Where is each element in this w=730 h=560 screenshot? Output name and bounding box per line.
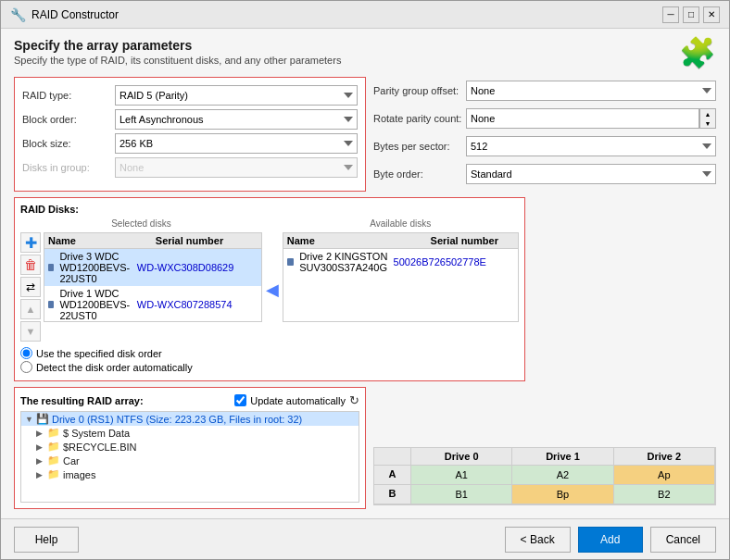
raid-cell-a0[interactable]: A1	[411, 466, 512, 485]
rotate-parity-label: Rotate parity count:	[373, 113, 466, 124]
disks-in-group-label: Disks in group:	[22, 162, 115, 173]
raid-cell-b0[interactable]: B1	[411, 485, 512, 504]
folder-icon-2: 📁	[47, 441, 60, 453]
selected-disk-row-1[interactable]: Drive 1 WDC WD1200BEVS-22UST0 WD-WXC8072…	[44, 286, 261, 322]
rotate-parity-down[interactable]: ▼	[700, 118, 715, 128]
selected-disk-serial-1: WD-WXC807288574	[137, 299, 258, 310]
tree-expand-2[interactable]: ▶	[36, 442, 47, 452]
middle-section: RAID Disks: Selected disks ✚	[14, 197, 716, 381]
selected-disks-panel: Selected disks ✚ 🗑	[20, 218, 262, 342]
hdd-icon-0: 💾	[36, 413, 49, 425]
selected-name-col-header: Name	[48, 235, 156, 246]
rotate-parity-input[interactable]: None	[466, 108, 699, 129]
raid-col-2: Drive 2	[614, 448, 715, 466]
remove-disk-icon: 🗑	[24, 257, 37, 272]
params-left-box: RAID type: RAID 5 (Parity) Block order: …	[14, 77, 366, 192]
remove-disk-button[interactable]: 🗑	[20, 255, 41, 275]
available-name-col-header: Name	[287, 235, 431, 246]
raid-row-header-a: A	[374, 466, 411, 485]
raid-type-select[interactable]: RAID 5 (Parity)	[115, 85, 358, 106]
disk-toolbar: ✚ 🗑 ⇄ ▲	[20, 232, 41, 342]
disks-in-group-row: Disks in group: None	[22, 157, 358, 178]
move-up-icon: ▲	[26, 304, 36, 315]
help-button[interactable]: Help	[14, 527, 79, 553]
add-button[interactable]: Add	[578, 527, 643, 553]
disks-in-group-select[interactable]: None	[115, 157, 358, 178]
title-bar: 🔧 RAID Constructor ─ □ ✕	[1, 1, 729, 29]
available-disk-list: Drive 2 KINGSTON SUV300S37A240G 50026B72…	[283, 248, 519, 322]
tree-label-3: Car	[63, 455, 80, 467]
block-size-select[interactable]: 256 KB	[115, 133, 358, 154]
raid-cell-b1[interactable]: Bp	[512, 485, 613, 504]
tree-label-0: Drive 0 (RS1) NTFS (Size: 223.23 GB, Fil…	[52, 414, 302, 425]
back-button[interactable]: < Back	[505, 527, 571, 553]
cancel-button[interactable]: Cancel	[650, 527, 716, 553]
available-serial-col-header: Serial number	[431, 235, 514, 246]
selected-disk-row-0[interactable]: Drive 3 WDC WD1200BEVS-22UST0 WD-WXC308D…	[44, 249, 261, 286]
title-controls: ─ □ ✕	[662, 6, 720, 23]
close-button[interactable]: ✕	[703, 6, 720, 23]
use-specified-radio[interactable]	[20, 347, 32, 359]
parity-offset-select[interactable]: None	[466, 81, 716, 101]
tree-item-2[interactable]: ▶ 📁 $RECYCLE.BIN	[21, 440, 359, 454]
selected-disks-content: ✚ 🗑 ⇄ ▲	[20, 232, 262, 342]
disk-panels: Selected disks ✚ 🗑	[20, 218, 519, 342]
folder-icon-4: 📁	[47, 468, 60, 480]
move-up-button[interactable]: ▲	[20, 299, 41, 319]
raid-col-0: Drive 0	[411, 448, 512, 466]
middle-right	[533, 197, 716, 381]
tree-label-2: $RECYCLE.BIN	[63, 442, 136, 453]
tree-item-3[interactable]: ▶ 📁 Car	[21, 454, 359, 467]
tree-item-0[interactable]: ▼ 💾 Drive 0 (RS1) NTFS (Size: 223.23 GB,…	[21, 412, 359, 426]
rotate-parity-spinbtns: ▲ ▼	[699, 108, 716, 129]
available-disk-name-0: Drive 2 KINGSTON SUV300S37A240G	[287, 251, 394, 273]
selected-disk-name-1: Drive 1 WDC WD1200BEVS-22UST0	[48, 288, 137, 321]
raid-cell-a2[interactable]: Ap	[614, 466, 715, 485]
available-disk-row-0[interactable]: Drive 2 KINGSTON SUV300S37A240G 50026B72…	[283, 249, 518, 275]
refresh-icon[interactable]: ↻	[349, 393, 359, 407]
tree-expand-3[interactable]: ▶	[36, 456, 47, 466]
maximize-button[interactable]: □	[683, 6, 699, 23]
rotate-parity-up[interactable]: ▲	[700, 109, 715, 118]
tree-expand-4[interactable]: ▶	[36, 470, 47, 479]
raid-row-a: A A1 A2 Ap	[374, 466, 715, 485]
window-title: RAID Constructor	[31, 8, 119, 21]
selected-disk-serial-0: WD-WXC308D08629	[137, 262, 258, 273]
raid-cell-b2[interactable]: B2	[614, 485, 715, 504]
available-disk-table: Name Serial number Drive 2 KINGSTON SUV3…	[283, 232, 519, 322]
disk-order-options: Use the specified disk order Detect the …	[20, 347, 519, 373]
disks-box: RAID Disks: Selected disks ✚	[14, 197, 525, 381]
transfer-right-icon[interactable]: ◀	[266, 280, 279, 300]
avail-disk-icon-0	[287, 258, 294, 266]
available-disks-label: Available disks	[283, 218, 519, 229]
selected-disk-table-header: Name Serial number	[44, 232, 262, 248]
raid-cell-a1[interactable]: A2	[512, 466, 613, 485]
move-down-button[interactable]: ▼	[20, 321, 41, 342]
rotate-parity-spinner: None ▲ ▼	[466, 108, 716, 129]
detect-order-radio[interactable]	[20, 361, 32, 373]
tree-expand-0[interactable]: ▼	[25, 415, 36, 424]
tree-label-4: images	[63, 469, 95, 480]
footer-left: Help	[14, 527, 79, 553]
add-disk-icon: ✚	[25, 234, 37, 252]
footer-right: < Back Add Cancel	[505, 527, 716, 553]
tree-item-4[interactable]: ▶ 📁 images	[21, 467, 359, 481]
block-order-select[interactable]: Left Asynchronous	[115, 109, 358, 130]
tree-item-1[interactable]: ▶ 📁 $ System Data	[21, 426, 359, 440]
update-auto-checkbox[interactable]	[234, 394, 246, 406]
tree-expand-1[interactable]: ▶	[36, 429, 47, 438]
byte-order-select[interactable]: Standard	[466, 164, 716, 184]
swap-disk-button[interactable]: ⇄	[20, 277, 41, 297]
selected-disk-table: Name Serial number Drive 3 WDC WD1200BEV…	[44, 232, 262, 342]
selected-disk-name-0: Drive 3 WDC WD1200BEVS-22UST0	[48, 251, 137, 284]
parity-offset-label: Parity group offset:	[373, 85, 466, 96]
page-header: Specify the array parameters Specify the…	[14, 38, 716, 68]
disks-box-title: RAID Disks:	[20, 204, 519, 215]
folder-icon-3: 📁	[47, 454, 60, 467]
minimize-button[interactable]: ─	[662, 6, 679, 23]
content-area: Specify the array parameters Specify the…	[1, 29, 729, 518]
add-disk-button[interactable]: ✚	[20, 232, 41, 253]
result-box: The resulting RAID array: Update automat…	[14, 387, 366, 509]
bytes-per-sector-select[interactable]: 512	[466, 136, 716, 156]
raid-grid: Drive 0 Drive 1 Drive 2 A A1 A2 Ap B B	[373, 447, 716, 505]
